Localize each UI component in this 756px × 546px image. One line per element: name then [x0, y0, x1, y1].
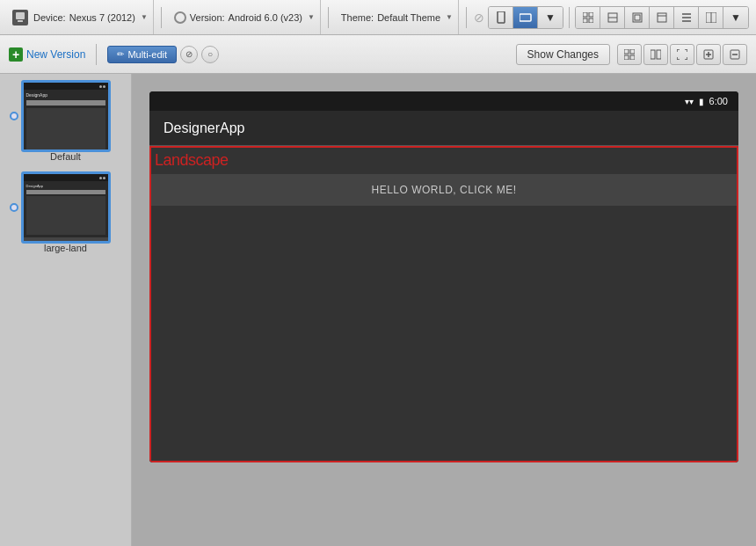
show-changes-button[interactable]: Show Changes [516, 44, 610, 65]
battery-icon: ▮ [699, 97, 704, 106]
multi-edit-option1[interactable]: ⊘ [180, 46, 198, 63]
status-time: 6:00 [709, 96, 728, 106]
wifi-icon: ▾▾ [685, 97, 694, 106]
device-icon [12, 10, 28, 25]
second-toolbar-icon-group [617, 44, 747, 65]
preview-area: ▾▾ ▮ 6:00 DesignerApp Landscape HELLO WO… [132, 74, 756, 546]
thumb-title-large: DesignApp [26, 184, 105, 188]
new-version-label: New Version [26, 48, 85, 61]
thumb-content-default [26, 108, 105, 151]
second-toolbar: + New Version ✏ Multi-edit ⊘ ○ Show Chan… [0, 35, 756, 74]
device-dropdown-icon[interactable]: ▼ [141, 13, 148, 21]
svg-rect-23 [651, 50, 655, 59]
plus-icon: + [9, 47, 23, 62]
sidebar-item-large-land[interactable]: DesignApp large-land [7, 172, 124, 253]
theme-value: Default Theme [377, 12, 440, 23]
disabled-icon: ⊘ [474, 11, 484, 25]
sep4 [569, 7, 570, 28]
layout-btn-6[interactable] [699, 7, 723, 28]
app-title: DesignerApp [164, 120, 245, 136]
connector-default [10, 112, 18, 120]
grid-icon-btn[interactable] [617, 44, 642, 65]
show-changes-label: Show Changes [527, 48, 599, 61]
sidebar-label-large-land: large-land [44, 243, 87, 253]
version-icon [174, 11, 186, 24]
multi-edit-option2[interactable]: ○ [201, 46, 219, 63]
svg-rect-21 [624, 55, 629, 60]
sep2 [328, 7, 329, 28]
phone-empty-area [151, 206, 737, 461]
main-content: DesignApp Default DesignApp [0, 74, 756, 546]
layout-btn-5[interactable] [674, 7, 699, 28]
multi-edit-label: Multi-edit [127, 49, 167, 60]
layout-btn-7[interactable]: ▼ [723, 7, 748, 28]
device-label: Device: [33, 12, 66, 23]
thumbnail-large-land[interactable]: DesignApp [22, 172, 110, 243]
svg-rect-11 [635, 15, 640, 20]
top-toolbar: Device: Nexus 7 (2012) ▼ Version: Androi… [0, 0, 756, 35]
fullscreen-icon-btn[interactable] [670, 44, 694, 65]
view-toggle-group: ▼ [488, 6, 563, 29]
svg-rect-2 [498, 11, 505, 23]
version-dropdown-icon[interactable]: ▼ [308, 13, 315, 21]
phone-mockup: ▾▾ ▮ 6:00 DesignerApp Landscape HELLO WO… [149, 91, 738, 462]
phone-landscape-btn[interactable] [513, 7, 538, 28]
multi-edit-button[interactable]: ✏ Multi-edit [107, 46, 177, 63]
svg-rect-12 [658, 13, 666, 22]
add-icon-btn[interactable] [696, 44, 721, 65]
svg-rect-4 [583, 12, 587, 17]
theme-section: Theme: Default Theme ▼ [336, 0, 459, 34]
svg-rect-19 [624, 49, 629, 54]
svg-rect-0 [16, 12, 25, 19]
layout-btn-1[interactable] [576, 7, 600, 28]
landscape-label: Landscape [155, 151, 229, 170]
sidebar-item-default[interactable]: DesignApp Default [7, 81, 124, 162]
svg-rect-3 [520, 14, 531, 21]
svg-rect-1 [18, 20, 23, 22]
phone-statusbar: ▾▾ ▮ 6:00 [149, 91, 738, 111]
new-version-button[interactable]: + New Version [9, 47, 85, 62]
thumb-statusbar-default [24, 83, 108, 90]
pencil-icon: ✏ [117, 49, 124, 59]
phone-portrait-btn[interactable] [489, 7, 513, 28]
device-value: Nexus 7 (2012) [69, 12, 135, 23]
thumb-content-large [26, 196, 105, 235]
thumb-bar-default [26, 100, 105, 106]
sep1 [161, 7, 162, 28]
version-label: Version: [190, 12, 225, 23]
hello-world-bar[interactable]: HELLO WORLD, CLICK ME! [151, 174, 737, 206]
layout-btns: ▼ [575, 6, 749, 29]
svg-rect-7 [589, 18, 593, 23]
phone-content: Landscape HELLO WORLD, CLICK ME! [149, 146, 738, 462]
version-value: Android 6.0 (v23) [229, 12, 302, 23]
theme-dropdown-icon[interactable]: ▼ [446, 13, 453, 21]
device-section: Device: Nexus 7 (2012) ▼ [7, 0, 154, 34]
sep5 [96, 44, 97, 65]
phone-appbar: DesignerApp [149, 111, 738, 146]
version-section: Version: Android 6.0 (v23) ▼ [169, 0, 321, 34]
sidebar: DesignApp Default DesignApp [0, 74, 132, 546]
svg-rect-22 [630, 55, 635, 60]
thumb-statusbar-large [24, 174, 108, 181]
thumb-bar-large [26, 190, 105, 194]
layout-btn-3[interactable] [625, 7, 650, 28]
thumbnail-default[interactable]: DesignApp [22, 81, 110, 151]
connector-large-land [10, 203, 18, 212]
toolbar-right: ▼ ▼ [488, 6, 749, 29]
dropdown-btn[interactable]: ▼ [538, 7, 563, 28]
svg-rect-24 [657, 50, 661, 59]
split-icon-btn[interactable] [643, 44, 668, 65]
svg-rect-20 [630, 49, 635, 54]
sidebar-label-default: Default [50, 151, 81, 162]
hello-world-text: HELLO WORLD, CLICK ME! [371, 184, 516, 196]
thumb-title-default: DesignApp [26, 92, 105, 98]
sep3 [466, 7, 467, 28]
svg-rect-6 [583, 18, 587, 23]
multi-edit-section: ✏ Multi-edit ⊘ ○ [107, 46, 219, 63]
layout-btn-4[interactable] [650, 7, 674, 28]
layout-btn-2[interactable] [600, 7, 625, 28]
minus-icon-btn[interactable] [723, 44, 747, 65]
svg-rect-5 [589, 12, 593, 17]
theme-label: Theme: [341, 12, 374, 23]
